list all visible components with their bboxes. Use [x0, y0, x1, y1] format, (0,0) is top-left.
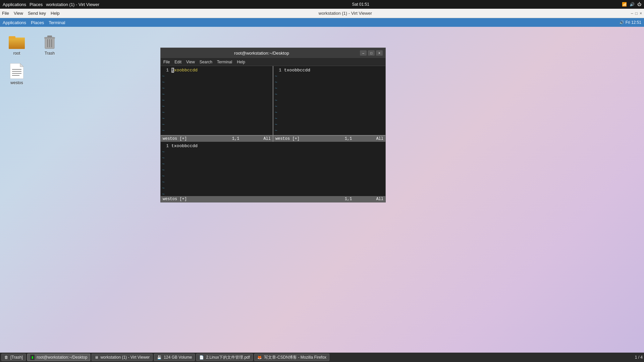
virt-menu-view[interactable]: View	[14, 11, 23, 16]
taskbar-terminal-label: root@workstation:~/Desktop	[37, 355, 87, 360]
terminal-menu-view[interactable]: View	[186, 60, 195, 64]
vim-line-1-right: 1 txoobbccdd	[275, 67, 384, 73]
desktop-toolbar-right: 🔊 Fri 12:51	[619, 20, 641, 25]
vim-statusbar-right: westos [+] 1,1 All	[273, 136, 385, 142]
trash-taskbar-icon: 🗑	[4, 355, 8, 360]
vim-pane-bottom[interactable]: 1 txoobbccdd ~ ~ ~ ~ ~ ~ ~ ~	[161, 142, 385, 196]
taskbar-item-pdf[interactable]: 📄 2.Linux下的文件管理.pdf	[196, 354, 253, 361]
vim-line-1-left: 1 txoobbccdd	[162, 67, 271, 73]
terminal-menubar: File Edit View Search Terminal Help	[161, 58, 385, 66]
top-bar-time: Sat 01:51	[352, 2, 369, 7]
maximize-button[interactable]: □	[635, 11, 638, 16]
desktop-terminal[interactable]: Terminal	[49, 20, 65, 25]
virt-viewer-menubar: File View Send key Help workstation (1) …	[0, 9, 644, 18]
vim-pane-right[interactable]: 1 txoobbccdd ~ ~ ~ ~ ~ ~ ~ ~ ~ ~	[273, 66, 385, 135]
terminal-taskbar-icon: ▮	[30, 355, 35, 360]
trash-icon-label: Trash	[45, 51, 55, 56]
svg-rect-1	[9, 38, 25, 49]
terminal-minimize-btn[interactable]: –	[360, 50, 367, 56]
taskbar-pdf-label: 2.Linux下的文件管理.pdf	[206, 355, 250, 360]
top-bar-places[interactable]: Places	[30, 2, 43, 7]
virt-window-controls: – □ ×	[631, 11, 642, 16]
terminal-title-text: root@workstation:~/Desktop	[163, 51, 360, 56]
terminal-content: ▲ 西 部 开 源 1 txoobbccdd ~ ~ ~	[161, 66, 385, 202]
virt-taskbar-icon: 🖥	[95, 355, 98, 359]
terminal-menu-file[interactable]: File	[163, 60, 170, 64]
volume-taskbar-icon: 💾	[157, 355, 162, 360]
text-file-icon	[9, 63, 25, 79]
terminal-window: root@workstation:~/Desktop – □ × File Ed…	[160, 48, 386, 202]
sound-icon: 🔊	[630, 2, 635, 7]
desktop-icon-trash[interactable]: Trash	[36, 34, 63, 56]
taskbar-item-virt[interactable]: 🖥 workstation (1) - Virt Viewer	[92, 354, 153, 361]
desktop-sound-icon: 🔊	[619, 20, 624, 25]
virt-menu-help[interactable]: Help	[51, 11, 60, 16]
taskbar-item-trash[interactable]: 🗑 [Trash]	[1, 354, 26, 361]
firefox-taskbar-icon: 🦊	[257, 355, 262, 360]
vim-top-statusbars: westos [+] 1,1 All westos [+]	[161, 136, 385, 142]
desktop-icon-root[interactable]: root	[3, 34, 30, 56]
power-icon: ⏻	[637, 2, 641, 7]
terminal-menu-terminal[interactable]: Terminal	[217, 60, 232, 64]
terminal-menu-search[interactable]: Search	[200, 60, 212, 64]
top-bar-window-title: workstation (1) - Virt Viewer	[46, 2, 99, 7]
taskbar-page-indicator: 1 / 4	[635, 355, 643, 360]
taskbar-item-volume[interactable]: 💾 124 GB Volume	[154, 354, 195, 361]
desktop-places[interactable]: Places	[31, 20, 44, 25]
trash-icon	[42, 34, 58, 50]
folder-icon	[9, 34, 25, 50]
desktop-area: root Trash	[0, 27, 644, 353]
desktop-applications[interactable]: Applications	[3, 20, 26, 25]
svg-rect-2	[9, 36, 15, 39]
minimize-button[interactable]: –	[631, 11, 633, 16]
top-bar-left: Applications Places workstation (1) - Vi…	[3, 2, 99, 7]
desktop-toolbar: Applications Places Terminal 🔊 Fri 12:51	[0, 18, 644, 27]
vim-statusbar-bottom: westos [+] 1,1 All	[161, 196, 385, 202]
root-icon-label: root	[13, 51, 20, 56]
system-top-bar: Applications Places workstation (1) - Vi…	[0, 0, 644, 9]
close-button[interactable]: ×	[640, 11, 642, 16]
terminal-menu-edit[interactable]: Edit	[174, 60, 181, 64]
terminal-titlebar-controls: – □ ×	[360, 50, 383, 56]
svg-rect-5	[47, 36, 52, 37]
taskbar-item-firefox[interactable]: 🦊 写文章-CSDN博客 - Mozilla Firefox	[254, 354, 329, 361]
desktop-icon-westos[interactable]: westos	[3, 63, 30, 85]
network-icon: 📶	[622, 2, 627, 7]
virt-viewer-title: workstation (1) - Virt Viewer	[64, 11, 626, 16]
top-bar-right: 📶 🔊 ⏻	[622, 2, 641, 7]
terminal-maximize-btn[interactable]: □	[368, 50, 375, 56]
terminal-titlebar: root@workstation:~/Desktop – □ ×	[161, 48, 385, 58]
svg-rect-4	[44, 37, 55, 39]
terminal-close-btn[interactable]: ×	[376, 50, 383, 56]
virt-menu-file[interactable]: File	[2, 11, 9, 16]
taskbar-item-terminal[interactable]: ▮ root@workstation:~/Desktop	[27, 354, 90, 361]
pdf-taskbar-icon: 📄	[199, 355, 204, 360]
terminal-menu-help[interactable]: Help	[237, 60, 245, 64]
taskbar: 🗑 [Trash] ▮ root@workstation:~/Desktop 🖥…	[0, 353, 644, 362]
taskbar-trash-label: [Trash]	[10, 355, 23, 360]
svg-marker-10	[20, 63, 23, 67]
taskbar-virt-label: workstation (1) - Virt Viewer	[100, 355, 150, 360]
desktop-time: Fri 12:51	[626, 20, 641, 25]
westos-icon-label: westos	[10, 80, 23, 85]
vim-top-pane: 1 txoobbccdd ~ ~ ~ ~ ~ ~ ~ ~ ~ ~	[161, 66, 385, 136]
taskbar-volume-label: 124 GB Volume	[164, 355, 192, 360]
top-bar-applications[interactable]: Applications	[3, 2, 26, 7]
taskbar-firefox-label: 写文章-CSDN博客 - Mozilla Firefox	[264, 355, 326, 360]
virt-menu-sendkey[interactable]: Send key	[28, 11, 46, 16]
vim-pane-left[interactable]: 1 txoobbccdd ~ ~ ~ ~ ~ ~ ~ ~ ~ ~	[161, 66, 273, 135]
vim-line-1-bottom: 1 txoobbccdd	[162, 143, 384, 149]
vim-statusbar-left: westos [+] 1,1 All	[161, 136, 273, 142]
